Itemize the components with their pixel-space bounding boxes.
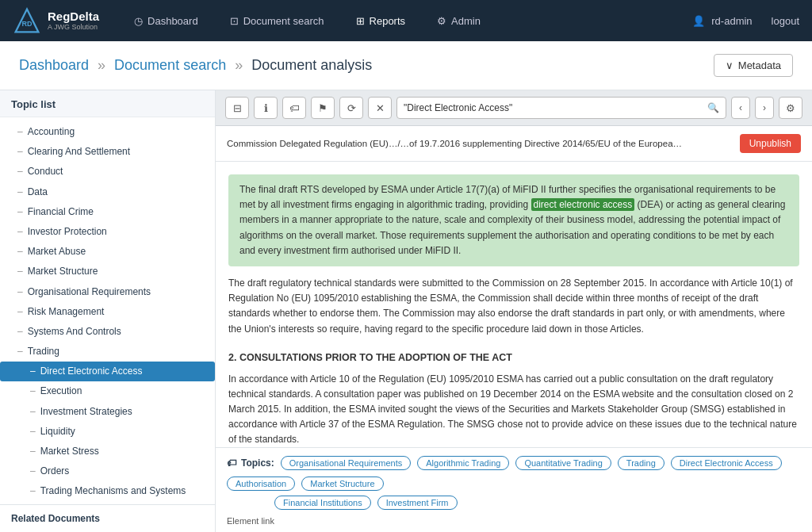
sidebar-item-investment-strat[interactable]: Investment Strategies <box>0 402 215 422</box>
topics-row-2: Financial Institutions Investment Firm <box>227 496 801 510</box>
topic-tag-inv-firm[interactable]: Investment Firm <box>377 496 458 510</box>
document-search-icon: ⊡ <box>230 15 239 27</box>
sidebar-item-market-abuse[interactable]: Market Abuse <box>0 242 215 262</box>
topics-label: 🏷 Topics: <box>227 457 274 469</box>
topic-tag-algo[interactable]: Algorithmic Trading <box>417 456 509 470</box>
tag-icon: 🏷 <box>289 102 300 114</box>
topic-tag-trading[interactable]: Trading <box>618 456 665 470</box>
nav-dashboard-label: Dashboard <box>147 15 198 27</box>
sidebar-title: Topic list <box>0 90 215 117</box>
logout-link[interactable]: logout <box>772 15 799 27</box>
metadata-button[interactable]: ∨ Metadata <box>714 54 793 77</box>
logo-sub: A JWG Solution <box>48 24 99 31</box>
toolbar-btn-tag[interactable]: 🏷 <box>282 97 306 119</box>
nav-bar: RD RegDelta A JWG Solution ◷ Dashboard ⊡… <box>0 0 812 41</box>
nav-reports-label: Reports <box>370 15 406 27</box>
topic-tag-dea[interactable]: Direct Electronic Access <box>671 456 782 470</box>
toolbar-settings[interactable]: ⚙ <box>779 97 802 119</box>
topic-tag-auth[interactable]: Authorisation <box>227 477 295 491</box>
sidebar-item-accounting[interactable]: Accounting <box>0 122 215 142</box>
section-2-title: 2. CONSULTATIONS PRIOR TO THE ADOPTION O… <box>228 350 799 366</box>
bookmark-icon: ⚑ <box>318 102 327 114</box>
toolbar-btn-bookmark[interactable]: ⚑ <box>311 97 335 119</box>
topic-tag-market-struct[interactable]: Market Structure <box>301 477 383 491</box>
topics-row: 🏷 Topics: Organisational Requirements Al… <box>227 456 801 491</box>
user-icon: 👤 <box>692 15 705 27</box>
topic-tag-org-req[interactable]: Organisational Requirements <box>281 456 411 470</box>
toolbar-btn-refresh[interactable]: ⟳ <box>339 97 363 119</box>
topic-tag-quant[interactable]: Quantitative Trading <box>515 456 611 470</box>
chevron-right-icon: › <box>763 102 766 113</box>
breadcrumb-document-search[interactable]: Document search <box>114 57 226 73</box>
sidebar-item-investor[interactable]: Investor Protection <box>0 222 215 242</box>
nav-user: 👤 rd-admin <box>692 15 752 27</box>
sidebar-bottom: Related Documents <box>0 504 215 532</box>
nav-reports[interactable]: ⊞ Reports <box>350 10 412 32</box>
sidebar-tree: Accounting Clearing And Settlement Condu… <box>0 117 215 504</box>
search-input[interactable] <box>404 102 703 113</box>
sidebar-item-clearing[interactable]: Clearing And Settlement <box>0 142 215 162</box>
gear-icon: ⚙ <box>786 102 795 114</box>
sidebar-item-org-req[interactable]: Organisational Requirements <box>0 282 215 302</box>
sidebar-item-execution[interactable]: Execution <box>0 381 215 401</box>
toolbar-search[interactable]: 🔍 <box>396 97 726 119</box>
chevron-left-icon: ‹ <box>739 102 742 113</box>
toolbar-next[interactable]: › <box>755 97 774 119</box>
sidebar-item-market-stress[interactable]: Market Stress <box>0 442 215 461</box>
sidebar-item-financial-crime[interactable]: Financial Crime <box>0 202 215 222</box>
toolbar-btn-close[interactable]: ✕ <box>368 97 392 119</box>
logo-icon: RD <box>13 6 41 35</box>
username: rd-admin <box>711 15 752 27</box>
tag-icon: 🏷 <box>227 457 236 469</box>
element-link: Element link <box>227 515 801 527</box>
toolbar-prev[interactable]: ‹ <box>731 97 750 119</box>
toolbar-btn-grid[interactable]: ⊟ <box>225 97 249 119</box>
sidebar-item-systems[interactable]: Systems And Controls <box>0 322 215 342</box>
sidebar: Topic list Accounting Clearing And Settl… <box>0 90 216 532</box>
info-icon: ℹ <box>264 102 268 114</box>
search-icon: 🔍 <box>707 102 719 113</box>
nav-admin[interactable]: ⚙ Admin <box>431 10 487 32</box>
paragraph-2: In accordance with Article 10 of the Reg… <box>228 372 799 447</box>
grid-icon: ⊟ <box>233 102 242 114</box>
svg-text:RD: RD <box>22 20 33 28</box>
sidebar-item-conduct[interactable]: Conduct <box>0 162 215 182</box>
sidebar-item-trading-mech[interactable]: Trading Mechanisms and Systems <box>0 481 215 501</box>
admin-icon: ⚙ <box>437 15 446 27</box>
related-docs-title: Related Documents <box>11 513 204 524</box>
sidebar-item-orders[interactable]: Orders <box>0 461 215 481</box>
sidebar-item-market-structure[interactable]: Market Structure <box>0 262 215 281</box>
nav-admin-label: Admin <box>451 15 481 27</box>
nav-document-search[interactable]: ⊡ Document search <box>224 10 331 32</box>
sidebar-item-risk[interactable]: Risk Management <box>0 302 215 322</box>
logo-text: RegDelta <box>48 10 99 24</box>
highlighted-paragraph: The final draft RTS developed by ESMA un… <box>228 174 799 266</box>
chevron-down-icon: ∨ <box>726 59 733 71</box>
refresh-icon: ⟳ <box>347 102 356 114</box>
doc-title: Commission Delegated Regulation (EU)…/…o… <box>227 139 686 148</box>
paragraph-1: The draft regulatory technical standards… <box>228 276 799 337</box>
logo: RD RegDelta A JWG Solution <box>13 6 99 35</box>
unpublish-button[interactable]: Unpublish <box>740 134 801 153</box>
sidebar-item-data[interactable]: Data <box>0 182 215 202</box>
dashboard-icon: ◷ <box>134 15 143 27</box>
doc-body: The final draft RTS developed by ESMA un… <box>216 162 812 447</box>
toolbar-btn-info[interactable]: ℹ <box>254 97 278 119</box>
sidebar-item-dea[interactable]: Direct Electronic Access <box>0 362 215 381</box>
breadcrumb-dashboard[interactable]: Dashboard <box>19 57 89 73</box>
breadcrumb: Dashboard » Document search » Document a… <box>19 57 372 74</box>
sidebar-item-liquidity[interactable]: Liquidity <box>0 422 215 442</box>
breadcrumb-bar: Dashboard » Document search » Document a… <box>0 41 812 90</box>
nav-dashboard[interactable]: ◷ Dashboard <box>128 10 205 32</box>
main-layout: Topic list Accounting Clearing And Settl… <box>0 90 812 532</box>
breadcrumb-current: Document analysis <box>251 57 372 73</box>
close-icon: ✕ <box>376 102 385 114</box>
doc-header: Commission Delegated Regulation (EU)…/…o… <box>216 126 812 162</box>
topic-tag-fin-inst[interactable]: Financial Institutions <box>274 496 371 510</box>
highlight-inline: direct electronic access <box>531 198 635 211</box>
reports-icon: ⊞ <box>356 15 365 27</box>
content-area: ⊟ ℹ 🏷 ⚑ ⟳ ✕ 🔍 ‹ <box>216 90 812 532</box>
bottom-strip: 🏷 Topics: Organisational Requirements Al… <box>216 447 812 532</box>
nav-document-search-label: Document search <box>243 15 324 27</box>
sidebar-item-trading[interactable]: Trading <box>0 342 215 362</box>
